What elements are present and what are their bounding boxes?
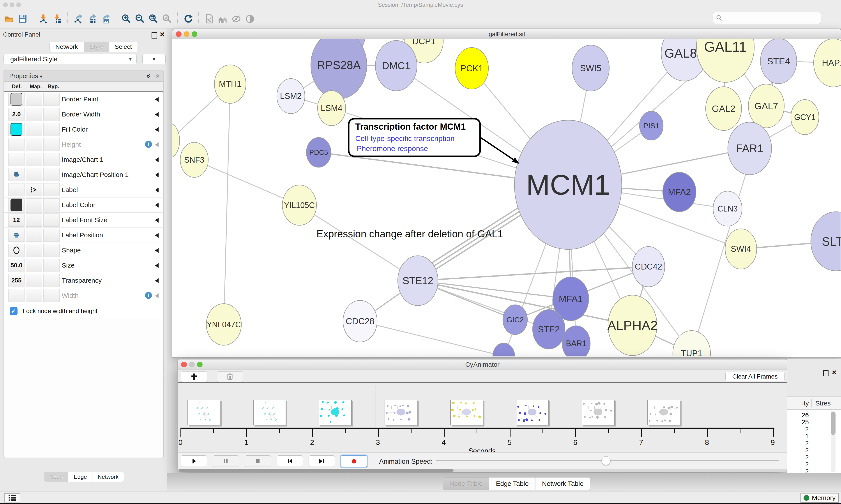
scrollbar-thumb[interactable] — [831, 412, 836, 435]
default-value[interactable]: 12 — [13, 217, 20, 223]
expand-arrow-icon[interactable] — [155, 233, 159, 238]
byp-cell[interactable] — [43, 289, 59, 302]
network-node-RPS28A[interactable]: RPS28A — [311, 39, 367, 99]
scrollbar-thumb[interactable] — [179, 469, 453, 472]
property-row-width[interactable]: Widthi — [4, 288, 163, 303]
network-node-MTH1[interactable]: MTH1 — [214, 65, 246, 103]
results-cell[interactable]: 2 — [787, 461, 809, 468]
byp-cell[interactable] — [43, 93, 59, 106]
style-options-button[interactable]: ▾ — [142, 54, 165, 65]
zoom-fit-icon[interactable] — [147, 13, 160, 25]
keyframe-thumbnail-0[interactable] — [187, 400, 220, 425]
property-row-label-font-size[interactable]: 12Label Font Size — [4, 213, 163, 228]
map-cell[interactable] — [26, 274, 42, 287]
import-network-icon[interactable] — [37, 13, 50, 25]
byp-cell[interactable] — [43, 123, 59, 136]
def-cell[interactable] — [8, 93, 24, 106]
app-minimize-icon[interactable] — [10, 2, 15, 7]
task-history-button[interactable] — [4, 493, 20, 502]
results-table-header[interactable]: ity Stres — [787, 397, 841, 410]
map-cell[interactable] — [26, 93, 42, 106]
zoom-out-icon[interactable] — [134, 13, 146, 25]
def-cell[interactable] — [8, 244, 24, 257]
map-cell[interactable] — [26, 289, 42, 302]
record-button[interactable] — [341, 455, 367, 467]
zoom-selected-icon[interactable] — [161, 13, 173, 25]
byp-cell[interactable] — [43, 183, 59, 196]
export-table-icon[interactable] — [86, 13, 98, 25]
def-cell[interactable] — [8, 153, 24, 166]
tab-network-table[interactable]: Network Table — [536, 478, 590, 490]
style-dropdown[interactable]: galFiltered Style ▾ — [3, 54, 137, 65]
map-cell[interactable] — [26, 168, 42, 181]
play-button[interactable] — [181, 455, 207, 467]
info-icon[interactable]: i — [145, 141, 152, 148]
def-cell[interactable] — [8, 138, 24, 151]
network-node-GIC2[interactable]: GIC2 — [503, 305, 527, 335]
memory-button[interactable]: Memory — [801, 493, 839, 503]
expand-arrow-icon[interactable] — [155, 187, 159, 193]
window-minimize-icon[interactable] — [184, 31, 190, 37]
network-node-MFA2[interactable]: MFA2 — [663, 172, 696, 212]
map-cell[interactable] — [26, 123, 42, 136]
close-icon[interactable]: ✕ — [831, 369, 837, 376]
results-cell[interactable]: 1 — [787, 432, 809, 440]
def-cell[interactable]: 50.0 — [8, 259, 24, 272]
save-session-icon[interactable] — [16, 13, 29, 25]
window-minimize-icon[interactable] — [189, 362, 195, 367]
network-node-STE4[interactable]: STE4 — [761, 39, 797, 84]
window-zoom-icon[interactable] — [197, 362, 202, 367]
byp-cell[interactable] — [43, 198, 59, 212]
def-cell[interactable] — [8, 123, 24, 136]
search-input[interactable] — [725, 13, 818, 22]
property-row-shape[interactable]: Shape — [4, 243, 163, 258]
byp-cell[interactable] — [43, 108, 59, 121]
keyframe-thumbnail-1[interactable] — [253, 400, 286, 425]
property-row-fill-color[interactable]: Fill Color — [4, 122, 163, 137]
byp-cell[interactable] — [43, 153, 59, 166]
expand-arrow-icon[interactable] — [155, 127, 159, 132]
network-node-GAL7[interactable]: GAL7 — [748, 84, 784, 128]
map-cell[interactable] — [26, 214, 42, 227]
caption-annotation[interactable]: Expression change after deletion of GAL1 — [317, 228, 503, 239]
keyframe-thumbnail-6[interactable] — [582, 400, 614, 425]
delete-frame-button[interactable] — [217, 371, 243, 382]
results-cell[interactable]: 2 — [787, 453, 809, 461]
network-node-STE2[interactable]: STE2 — [533, 310, 565, 349]
network-node-CDC28[interactable]: CDC28 — [343, 300, 377, 342]
hide-details-icon[interactable] — [230, 13, 243, 25]
def-cell[interactable] — [8, 183, 24, 196]
expand-all-icon[interactable]: » — [145, 74, 153, 78]
network-node-DMC1[interactable]: DMC1 — [375, 40, 417, 91]
network-document-icon[interactable] — [203, 13, 215, 25]
column-divider[interactable] — [811, 399, 812, 408]
expand-arrow-icon[interactable] — [155, 97, 159, 102]
network-node-STE12[interactable]: STE12 — [398, 256, 438, 306]
def-cell[interactable]: 12 — [8, 214, 24, 227]
column-header-ity[interactable]: ity — [802, 399, 809, 407]
network-node-MCM1[interactable]: MCM1 — [515, 120, 622, 249]
network-node-PCK1[interactable]: PCK1 — [455, 48, 488, 89]
property-row-border-width[interactable]: 2.0Border Width — [4, 107, 163, 122]
property-row-transparency[interactable]: 255Transparency — [4, 273, 163, 288]
network-node-HAP2[interactable]: HAP2 — [813, 39, 841, 87]
property-row-image-chart-position-1[interactable]: Image/Chart Position 1 — [4, 167, 163, 182]
window-close-icon[interactable] — [176, 31, 182, 37]
property-row-label-color[interactable]: Label Color — [4, 197, 163, 213]
pause-button[interactable] — [213, 455, 239, 467]
export-image-icon[interactable] — [99, 13, 111, 25]
color-swatch[interactable] — [11, 93, 22, 106]
byp-cell[interactable] — [43, 138, 59, 151]
network-node-PDC5[interactable]: PDC5 — [306, 138, 331, 167]
color-swatch[interactable] — [11, 199, 22, 211]
timeline[interactable]: 0123456789 Seconds — [178, 383, 787, 452]
expand-arrow-icon[interactable] — [155, 203, 159, 208]
def-cell[interactable] — [8, 198, 24, 212]
window-zoom-icon[interactable] — [192, 31, 197, 37]
map-cell[interactable] — [26, 244, 42, 257]
open-session-icon[interactable] — [3, 13, 15, 25]
byp-cell[interactable] — [43, 168, 59, 181]
info-icon[interactable]: i — [145, 292, 152, 299]
float-window-icon[interactable] — [823, 370, 828, 376]
property-row-height[interactable]: Heighti — [4, 137, 163, 152]
